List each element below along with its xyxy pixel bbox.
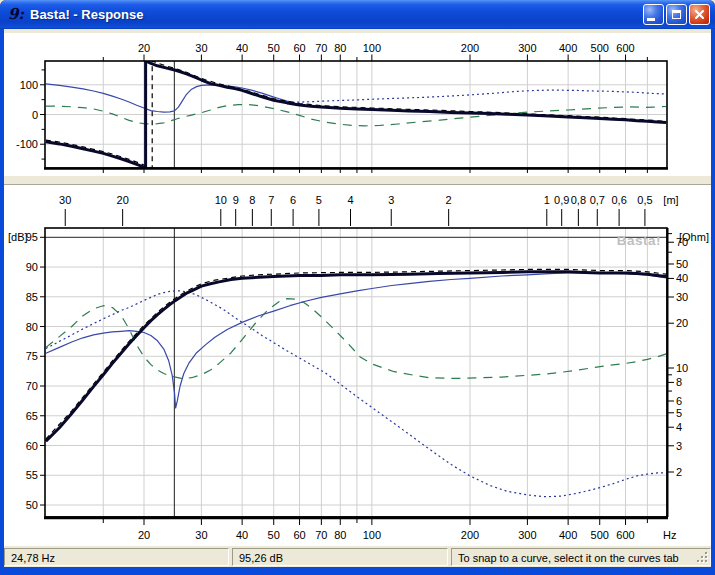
freq-tick-label-bottom: 50 [268,529,280,541]
freq-tick-label-bottom: 60 [293,529,305,541]
ohm-tick-label: 3 [676,440,682,452]
ohm-tick-label: 30 [676,291,688,303]
ohm-tick-label: 50 [676,258,688,270]
ohm-tick-label: 2 [676,466,682,478]
freq-tick-label-top: 80 [334,42,346,54]
freq-tick-label-top: 70 [315,42,327,54]
freq-tick-label-bottom: 80 [334,529,346,541]
phase-tick-label: 0 [32,109,38,121]
status-hint-text: To snap to a curve, select it on the cur… [458,552,679,564]
phase-plot-area[interactable] [45,61,667,168]
ohm-tick-label: 20 [676,317,688,329]
db-tick-label: 75 [26,350,38,362]
wavelength-tick-label: 0,7 [590,194,605,206]
wavelength-tick-label: 9 [233,194,239,206]
phase-tick-label: -100 [16,138,38,150]
phase-tick-label: 100 [20,79,38,91]
db-tick-label: 50 [26,499,38,511]
freq-tick-label-bottom: 200 [461,529,479,541]
status-hint: To snap to a curve, select it on the cur… [451,548,711,566]
wavelength-tick-label: 6 [290,194,296,206]
wavelength-tick-label: 20 [117,194,129,206]
freq-tick-label-top: 300 [518,42,536,54]
response-charts: 203040506070801002003004005006001000-100… [0,0,715,546]
ohm-tick-label: 6 [676,395,682,407]
freq-tick-label-top: 500 [591,42,609,54]
status-cursor-level: 95,26 dB [232,548,448,566]
freq-tick-label-top: 20 [138,42,150,54]
ohm-tick-label: 5 [676,407,682,419]
db-tick-label: 60 [26,440,38,452]
freq-tick-label-top: 50 [268,42,280,54]
freq-tick-label-top: 30 [195,42,207,54]
wavelength-tick-label: 0,9 [554,194,569,206]
wavelength-tick-label: 3 [388,194,394,206]
freq-tick-label-bottom: 70 [315,529,327,541]
db-unit-label: [dB] [8,231,28,243]
freq-tick-label-bottom: 100 [363,529,381,541]
ohm-tick-label: 4 [676,421,682,433]
wavelength-tick-label: 0,8 [571,194,586,206]
db-tick-label: 70 [26,380,38,392]
wavelength-tick-label: 30 [59,194,71,206]
freq-tick-label-bottom: 500 [591,529,609,541]
response-plot-area[interactable] [45,228,667,517]
freq-tick-label-top: 100 [363,42,381,54]
ohm-tick-label: 8 [676,376,682,388]
freq-unit-label: Hz [663,529,676,541]
ohm-tick-label: 70 [676,236,688,248]
freq-tick-label-top: 200 [461,42,479,54]
wavelength-tick-label: 0,5 [637,194,652,206]
db-tick-label: 95 [26,231,38,243]
freq-tick-label-bottom: 600 [616,529,634,541]
db-tick-label: 65 [26,410,38,422]
freq-tick-label-bottom: 40 [236,529,248,541]
wavelength-tick-label: 2 [446,194,452,206]
resize-grip[interactable] [696,551,709,564]
app-window: 9: Basta! - Response 2030405060708010020… [0,0,715,575]
db-tick-label: 80 [26,321,38,333]
db-tick-label: 55 [26,469,38,481]
freq-tick-label-bottom: 30 [195,529,207,541]
wavelength-unit-label: [m] [663,194,678,206]
freq-tick-label-top: 400 [559,42,577,54]
ohm-tick-label: 40 [676,272,688,284]
freq-tick-label-bottom: 400 [559,529,577,541]
freq-tick-label-bottom: 300 [518,529,536,541]
freq-tick-label-top: 40 [236,42,248,54]
wavelength-tick-label: 8 [249,194,255,206]
ohm-tick-label: 10 [676,362,688,374]
wavelength-tick-label: 0,6 [611,194,626,206]
wavelength-tick-label: 10 [215,194,227,206]
freq-tick-label-bottom: 20 [138,529,150,541]
wavelength-tick-label: 4 [347,194,353,206]
freq-tick-label-top: 600 [616,42,634,54]
status-cursor-frequency: 24,78 Hz [4,548,229,566]
freq-tick-label-top: 60 [293,42,305,54]
wavelength-tick-label: 1 [544,194,550,206]
db-tick-label: 90 [26,261,38,273]
wavelength-tick-label: 7 [268,194,274,206]
status-bar: 24,78 Hz 95,26 dB To snap to a curve, se… [4,546,711,567]
db-tick-label: 85 [26,291,38,303]
wavelength-tick-label: 5 [316,194,322,206]
